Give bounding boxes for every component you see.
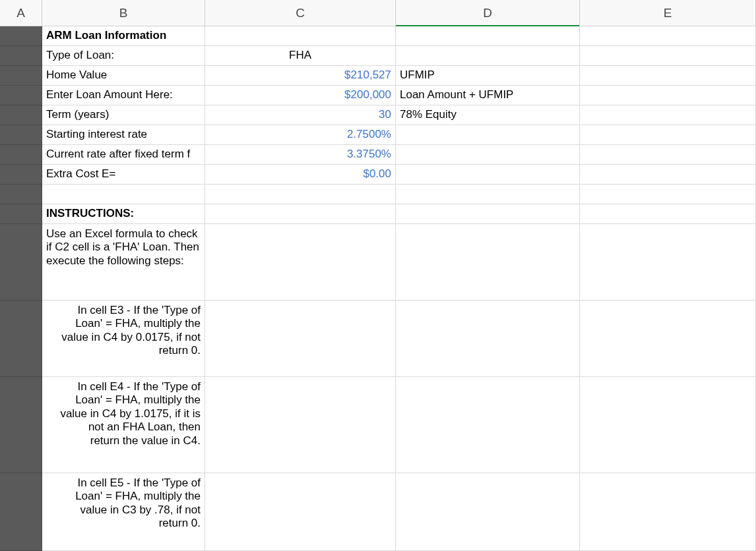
row-header-10[interactable] [0,204,42,224]
cell-D4-text: Loan Amount + UFMIP [400,88,513,102]
cell-B13[interactable]: In cell E4 - If the 'Type of Loan' = FHA… [42,377,205,473]
row-header-2[interactable] [0,46,42,66]
row-header-7[interactable] [0,145,42,165]
row-header-12[interactable] [0,301,42,377]
cell-D8[interactable] [396,165,580,185]
cell-D6[interactable] [396,125,580,145]
cell-D12[interactable] [396,301,580,377]
cell-B3[interactable]: Home Value [42,66,205,86]
cell-D1[interactable] [396,26,580,46]
cell-C7[interactable]: 3.3750% [205,145,396,165]
cell-B11[interactable]: Use an Excel formula to check if C2 cell… [42,224,205,301]
cell-D4[interactable]: Loan Amount + UFMIP [396,86,580,105]
cell-C8[interactable]: $0.00 [205,165,396,185]
cell-E9[interactable] [580,185,756,204]
cell-E6[interactable] [580,125,756,145]
cell-D5-text: 78% Equity [400,108,457,121]
cell-D10[interactable] [396,204,580,224]
cell-D13[interactable] [396,377,580,473]
cell-C4[interactable]: $200,000 [205,86,396,105]
cell-E11[interactable] [580,224,756,301]
cell-E4[interactable] [580,86,756,105]
row-header-6[interactable] [0,125,42,145]
cell-E10[interactable] [580,204,756,224]
cell-C9[interactable] [205,185,396,204]
cell-B4-text: Enter Loan Amount Here: [46,88,173,102]
cell-B8-text: Extra Cost E= [46,167,115,181]
cell-B11-text: Use an Excel formula to check if C2 cell… [46,227,201,268]
cell-B9[interactable] [42,185,205,204]
cell-B14[interactable]: In cell E5 - If the 'Type of Loan' = FHA… [42,473,205,551]
cell-D2[interactable] [396,46,580,66]
cell-C2[interactable]: FHA [205,46,396,66]
cell-C13[interactable] [205,377,396,473]
cell-C12[interactable] [205,301,396,377]
cell-D7[interactable] [396,145,580,165]
row-header-1[interactable] [0,26,42,46]
cell-C11[interactable] [205,224,396,301]
cell-D14[interactable] [396,473,580,551]
cell-C3[interactable]: $210,527 [205,66,396,86]
cell-D5[interactable]: 78% Equity [396,105,580,125]
row-header-9[interactable] [0,185,42,204]
col-header-B[interactable]: B [42,0,205,26]
cell-E13[interactable] [580,377,756,473]
cell-C6[interactable]: 2.7500% [205,125,396,145]
cell-B6-text: Starting interest rate [46,128,147,141]
cell-D9[interactable] [396,185,580,204]
cell-C10[interactable] [205,204,396,224]
cell-C1[interactable] [205,26,396,46]
row-header-11[interactable] [0,224,42,301]
row-header-14[interactable] [0,473,42,551]
cell-B4[interactable]: Enter Loan Amount Here: [42,86,205,105]
cell-D3-text: UFMIP [400,69,435,82]
row-header-8[interactable] [0,165,42,185]
cell-C3-text: $210,527 [344,69,391,82]
col-header-D[interactable]: D [396,0,580,26]
cell-C8-text: $0.00 [363,167,391,181]
cell-C7-text: 3.3750% [347,148,391,161]
cell-B5-text: Term (years) [46,108,109,121]
cell-B1[interactable]: ARM Loan Information [42,26,205,46]
cell-D11[interactable] [396,224,580,301]
cell-C5[interactable]: 30 [205,105,396,125]
cell-B3-text: Home Value [46,69,107,82]
cell-B10-text: INSTRUCTIONS: [46,207,134,220]
cell-E7[interactable] [580,145,756,165]
cell-C5-text: 30 [379,108,391,121]
cell-B8[interactable]: Extra Cost E= [42,165,205,185]
cell-D3[interactable]: UFMIP [396,66,580,86]
row-header-4[interactable] [0,86,42,105]
cell-C2-text: FHA [289,49,311,62]
row-header-3[interactable] [0,66,42,86]
cell-B14-text: In cell E5 - If the 'Type of Loan' = FHA… [59,477,201,531]
row-header-5[interactable] [0,105,42,125]
cell-B13-text: In cell E4 - If the 'Type of Loan' = FHA… [59,380,201,448]
cell-B1-text: ARM Loan Information [46,29,166,42]
cell-E12[interactable] [580,301,756,377]
cell-B10[interactable]: INSTRUCTIONS: [42,204,205,224]
cell-E5[interactable] [580,105,756,125]
cell-C4-text: $200,000 [344,88,391,102]
cell-B7[interactable]: Current rate after fixed term f [42,145,205,165]
cell-E1[interactable] [580,26,756,46]
cell-E14[interactable] [580,473,756,551]
cell-E3[interactable] [580,66,756,86]
row-header-13[interactable] [0,377,42,473]
cell-B7-text: Current rate after fixed term f [46,148,190,161]
col-header-E[interactable]: E [580,0,756,26]
cell-B12-text: In cell E3 - If the 'Type of Loan' = FHA… [59,304,201,358]
cell-B2[interactable]: Type of Loan: [42,46,205,66]
cell-B5[interactable]: Term (years) [42,105,205,125]
cell-B6[interactable]: Starting interest rate [42,125,205,145]
col-header-C[interactable]: C [205,0,396,26]
cell-E8[interactable] [580,165,756,185]
col-header-A[interactable]: A [0,0,42,26]
cell-C14[interactable] [205,473,396,551]
cell-E2[interactable] [580,46,756,66]
cell-C6-text: 2.7500% [347,128,391,141]
cell-B12[interactable]: In cell E3 - If the 'Type of Loan' = FHA… [42,301,205,377]
cell-B2-text: Type of Loan: [46,49,114,62]
